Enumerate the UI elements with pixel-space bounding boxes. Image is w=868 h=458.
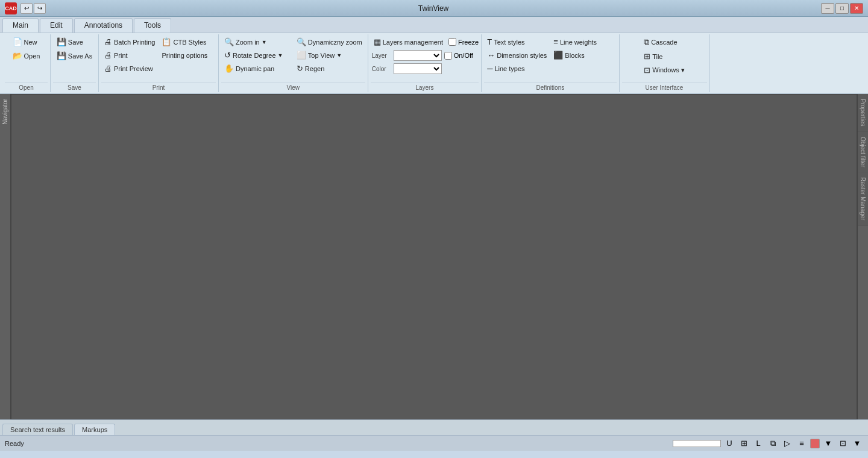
tab-tools[interactable]: Tools xyxy=(134,18,171,33)
text-styles-button[interactable]: T Text styles xyxy=(484,36,550,48)
bottom-tab-search[interactable]: Search text results xyxy=(2,424,73,435)
layer-row: Layer On/Off xyxy=(371,49,479,61)
properties-tab[interactable]: Properties xyxy=(858,94,868,132)
open-button[interactable]: 📂 Open xyxy=(10,49,43,62)
freeze-checkbox[interactable] xyxy=(448,38,456,46)
tab-edit[interactable]: Edit xyxy=(40,18,73,33)
bottom-tabs: Search text results Markups xyxy=(0,419,868,435)
rotate-degree-icon: ↺ xyxy=(224,51,231,60)
tab-bar: Main Edit Annotations Tools xyxy=(0,17,868,33)
line-weights-button[interactable]: ≡ Line weights xyxy=(550,36,616,48)
maximize-button[interactable]: □ xyxy=(835,3,849,14)
tab-annotations[interactable]: Annotations xyxy=(74,18,133,33)
print-group-label: Print xyxy=(101,83,216,91)
tile-button[interactable]: ⊞ Tile xyxy=(641,50,688,63)
undo-button[interactable]: ↩ xyxy=(20,3,33,14)
minimize-button[interactable]: ─ xyxy=(821,3,834,14)
print-preview-label: Print Preview xyxy=(114,65,153,72)
layers-management-label: Layers management xyxy=(383,39,443,46)
save-icon: 💾 xyxy=(57,37,66,46)
layer-label: Layer xyxy=(372,52,391,59)
undo-redo-group: ↩ ↪ xyxy=(20,3,46,14)
printing-options-button[interactable]: Printing options xyxy=(159,49,215,61)
definitions-group-label: Definitions xyxy=(484,83,616,91)
title-bar: CAD ↩ ↪ TwinView ─ □ ✕ xyxy=(0,0,868,17)
batch-printing-button[interactable]: 🖨 Batch Printing xyxy=(101,36,158,48)
text-styles-icon: T xyxy=(487,37,492,46)
line-weights-icon: ≡ xyxy=(553,37,558,46)
view-group-label: View xyxy=(221,83,365,91)
blocks-button[interactable]: ⬛ Blocks xyxy=(550,49,616,61)
save-as-button[interactable]: 💾 Save As xyxy=(54,49,95,62)
tile-label: Tile xyxy=(652,53,662,60)
status-layout-button[interactable]: ⊡ xyxy=(837,438,849,450)
ribbon-group-view: 🔍 Zoom in ▼ 🔍 Dynamiczny zoom ↺ Rotate D… xyxy=(219,34,368,92)
status-layout-dropdown[interactable]: ▼ xyxy=(851,438,863,450)
layers-management-button[interactable]: ▦ Layers management xyxy=(371,36,446,48)
layers-group-label: Layers xyxy=(371,83,479,91)
new-button[interactable]: 📄 New xyxy=(10,36,43,48)
redo-button[interactable]: ↪ xyxy=(34,3,46,14)
on-off-toggle: On/Off xyxy=(444,52,473,60)
status-color-button[interactable] xyxy=(810,439,820,448)
status-dropdown-button[interactable]: ▼ xyxy=(822,438,834,450)
dynamic-pan-icon: ✋ xyxy=(224,64,234,73)
raster-manager-tab[interactable]: Raster Manager xyxy=(858,172,868,226)
ribbon-group-save: 💾 Save 💾 Save As Save xyxy=(51,34,99,92)
status-arrow-button[interactable]: ▷ xyxy=(781,438,793,450)
dimension-styles-button[interactable]: ↔ Dimension styles xyxy=(484,49,550,61)
close-button[interactable]: ✕ xyxy=(850,3,863,14)
status-lines-button[interactable]: ≡ xyxy=(796,438,808,450)
status-snap-button[interactable]: U xyxy=(723,438,735,450)
status-bar: Ready U ⊞ L ⧉ ▷ ≡ ▼ ⊡ ▼ xyxy=(0,435,868,451)
layers-icon: ▦ xyxy=(374,37,381,46)
dimension-styles-icon: ↔ xyxy=(487,51,495,60)
object-filter-tab[interactable]: Object filter xyxy=(858,132,868,173)
status-link-button[interactable]: ⧉ xyxy=(767,438,779,450)
ribbon: Main Edit Annotations Tools 📄 New 📂 Open xyxy=(0,17,868,94)
status-grid-button[interactable]: ⊞ xyxy=(738,438,750,450)
ribbon-content: 📄 New 📂 Open Open 💾 Save xyxy=(0,33,868,93)
top-view-dropdown-icon[interactable]: ▼ xyxy=(336,52,342,58)
ui-group-label: User Interface xyxy=(622,83,707,91)
dynamicky-zoom-button[interactable]: 🔍 Dynamiczny zoom xyxy=(294,36,365,48)
tab-main[interactable]: Main xyxy=(2,18,39,33)
ctb-styles-button[interactable]: 📋 CTB Styles xyxy=(159,36,215,48)
text-styles-label: Text styles xyxy=(494,39,524,46)
print-preview-button[interactable]: 🖨 Print Preview xyxy=(101,62,158,75)
navigator-tab[interactable]: Navigator xyxy=(1,96,10,127)
cascade-label: Cascade xyxy=(651,39,677,46)
save-as-label: Save As xyxy=(68,52,92,60)
dynamic-pan-button[interactable]: ✋ Dynamic pan xyxy=(221,62,293,75)
color-select[interactable] xyxy=(394,63,442,74)
dynamic-pan-label: Dynamic pan xyxy=(236,65,274,72)
on-off-checkbox[interactable] xyxy=(444,52,452,60)
status-right: U ⊞ L ⧉ ▷ ≡ ▼ ⊡ ▼ xyxy=(673,438,863,450)
cascade-button[interactable]: ⧉ Cascade xyxy=(641,36,688,49)
dimension-styles-label: Dimension styles xyxy=(497,52,547,59)
ribbon-group-open: 📄 New 📂 Open Open xyxy=(2,34,51,92)
rotate-dropdown-icon[interactable]: ▼ xyxy=(278,52,283,58)
print-preview-icon: 🖨 xyxy=(104,64,112,73)
save-button[interactable]: 💾 Save xyxy=(54,36,95,48)
window-title: TwinView xyxy=(46,4,821,13)
regen-button[interactable]: ↻ Regen xyxy=(294,62,365,75)
print-button[interactable]: 🖨 Print xyxy=(101,49,158,61)
layer-select[interactable] xyxy=(394,50,442,61)
batch-printing-label: Batch Printing xyxy=(114,39,155,46)
on-off-label: On/Off xyxy=(454,52,473,59)
zoom-in-dropdown-icon[interactable]: ▼ xyxy=(262,39,267,45)
zoom-in-button[interactable]: 🔍 Zoom in ▼ xyxy=(221,36,293,48)
canvas-area[interactable] xyxy=(11,94,857,419)
line-types-button[interactable]: ─ Line types xyxy=(484,62,550,75)
top-view-label: Top View xyxy=(308,52,335,59)
dynamicky-zoom-label: Dynamiczny zoom xyxy=(308,39,362,46)
bottom-tab-markups[interactable]: Markups xyxy=(74,424,115,435)
rotate-degree-button[interactable]: ↺ Rotate Degree ▼ xyxy=(221,49,293,61)
top-view-button[interactable]: ⬜ Top View ▼ xyxy=(294,49,365,61)
windows-button[interactable]: ⊡ Windows ▾ xyxy=(641,64,688,77)
ctb-styles-icon: 📋 xyxy=(162,37,171,46)
print-icon: 🖨 xyxy=(104,51,112,60)
status-ortho-button[interactable]: L xyxy=(752,438,764,450)
zoom-in-label: Zoom in xyxy=(236,39,260,46)
